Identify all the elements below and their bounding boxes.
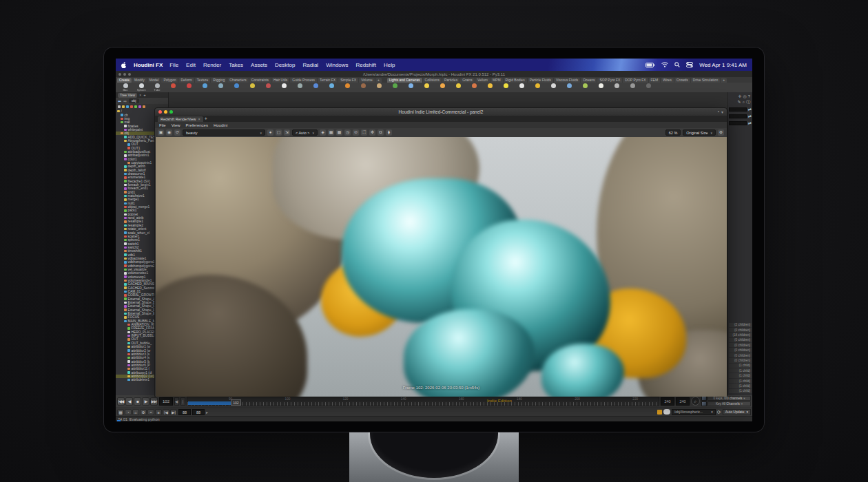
shelf-tool[interactable] bbox=[516, 83, 527, 88]
shelf-tab[interactable]: Hair Utils bbox=[271, 78, 289, 83]
window-titlebar[interactable]: /Users/andre/Documents/Projects/Morph.hi… bbox=[116, 71, 752, 77]
shelf-tab[interactable]: Collisions bbox=[423, 78, 442, 83]
playback-option-button[interactable]: ⚙ bbox=[140, 409, 147, 415]
battery-icon[interactable] bbox=[645, 63, 655, 67]
lock-icon[interactable]: ◈ bbox=[320, 129, 326, 136]
shelf-tool[interactable] bbox=[342, 83, 353, 88]
shelf-tool[interactable] bbox=[373, 83, 384, 88]
shelf-tab[interactable]: Deform bbox=[178, 78, 194, 83]
renderview-tab[interactable]: Redshift RenderView × bbox=[158, 116, 203, 122]
shelf-tool[interactable]: Box bbox=[120, 83, 131, 92]
current-frame-field[interactable]: 102 bbox=[159, 397, 173, 406]
menubar-item[interactable]: Radial bbox=[302, 62, 318, 68]
renderview-menu-item[interactable]: Preferences bbox=[186, 123, 208, 127]
expand-icon[interactable]: ✥ bbox=[369, 129, 375, 136]
grid-icon[interactable]: ▦ bbox=[328, 129, 334, 136]
network-row[interactable]: (0 children) bbox=[729, 353, 752, 357]
pane-menu-icon[interactable]: ▪ bbox=[718, 109, 719, 114]
playback-option-button[interactable]: ⌂ bbox=[132, 409, 139, 415]
shelf-tool[interactable] bbox=[484, 83, 495, 88]
shelf-tab[interactable]: Guide Process bbox=[290, 78, 317, 83]
shelf-tool[interactable] bbox=[215, 83, 226, 88]
playback-option-button[interactable]: |◀ bbox=[163, 409, 169, 415]
prev-key-button[interactable]: ◀| bbox=[174, 397, 179, 406]
region-icon[interactable]: ▢ bbox=[276, 129, 282, 136]
shelf-tool[interactable] bbox=[310, 83, 321, 88]
shelf-tool[interactable] bbox=[358, 83, 369, 88]
param-field[interactable] bbox=[729, 107, 747, 112]
shelf-tool[interactable] bbox=[532, 83, 543, 88]
transport-button[interactable]: ■ bbox=[134, 397, 141, 406]
shelf-tab[interactable]: Rigid Bodies bbox=[504, 78, 527, 83]
window-traffic-lights[interactable] bbox=[118, 73, 131, 76]
shelf-tab[interactable]: Oceans bbox=[581, 78, 597, 83]
shelf-tab[interactable]: Texture bbox=[195, 78, 210, 83]
shelf-tool[interactable] bbox=[405, 83, 416, 88]
playback-option-button[interactable]: ≈ bbox=[147, 409, 154, 415]
shelf-tool[interactable]: Sphere bbox=[136, 83, 147, 92]
renderview-menu-item[interactable]: Houdini bbox=[214, 123, 227, 127]
network-row[interactable]: (1 child) bbox=[729, 368, 752, 373]
shelf-tab[interactable]: MPM bbox=[490, 78, 503, 83]
pencil-icon[interactable]: ✎ bbox=[738, 100, 741, 104]
shelf-tab[interactable]: Volume bbox=[359, 78, 375, 83]
shelf-tool[interactable] bbox=[468, 83, 479, 88]
help-icon[interactable]: ? bbox=[748, 94, 750, 98]
shelf-tool[interactable]: Tube bbox=[152, 83, 163, 92]
render-camera-icon[interactable]: ◉ bbox=[166, 129, 172, 136]
panel-titlebar[interactable]: Houdini Indie Limited-Commercial - panel… bbox=[155, 108, 727, 116]
shelf-tool[interactable] bbox=[437, 83, 448, 88]
auto-update-select[interactable]: Auto Update▾ bbox=[723, 409, 751, 415]
shelf-tool[interactable] bbox=[627, 83, 638, 88]
network-row[interactable]: (2 children) bbox=[729, 323, 752, 327]
shelf-tool[interactable] bbox=[564, 83, 575, 88]
color-sphere-icon[interactable]: ● bbox=[267, 129, 273, 136]
shelf-tool[interactable] bbox=[294, 83, 305, 88]
shelf-tab[interactable]: Particle Fluids bbox=[528, 78, 553, 83]
control-center-icon[interactable] bbox=[686, 62, 693, 67]
shelf-tool[interactable] bbox=[247, 83, 258, 88]
transport-button[interactable]: ▶▶| bbox=[150, 397, 158, 406]
shelf-tool[interactable] bbox=[500, 83, 511, 88]
forward-icon[interactable]: ➡ bbox=[123, 98, 127, 103]
zoom-level-field[interactable]: 62 % bbox=[665, 129, 681, 136]
timeline-ruler[interactable]: 90100120140160180200220 102 bbox=[187, 397, 659, 406]
shelf-tool[interactable] bbox=[643, 83, 654, 88]
shelf-tool[interactable] bbox=[167, 83, 178, 88]
playhead[interactable]: 102 bbox=[231, 399, 241, 406]
tree-flag-icon[interactable] bbox=[130, 105, 133, 108]
minimize-window-icon[interactable] bbox=[164, 110, 167, 114]
network-row[interactable]: (0 children) bbox=[729, 358, 752, 362]
network-row[interactable]: (1 child) bbox=[729, 384, 752, 388]
shelf-tab[interactable]: + bbox=[375, 78, 382, 83]
shelf-tab[interactable]: Rigging bbox=[211, 78, 227, 83]
network-row[interactable]: (1 child) bbox=[729, 373, 752, 377]
network-row[interactable]: (0 children) bbox=[729, 338, 752, 342]
playback-start-field[interactable]: 88 bbox=[192, 409, 205, 415]
search-icon[interactable] bbox=[674, 62, 680, 67]
shelf-tab[interactable]: Simple FX bbox=[338, 78, 358, 83]
shelf-tab[interactable]: Vellum bbox=[475, 78, 490, 83]
transport-button[interactable]: |◀◀ bbox=[117, 397, 125, 406]
shelf-tool[interactable] bbox=[548, 83, 559, 88]
close-tab-icon[interactable]: × bbox=[139, 93, 141, 97]
menubar-item[interactable]: File bbox=[169, 62, 178, 68]
target-icon[interactable]: ◎ bbox=[743, 94, 746, 98]
snapshot-icon[interactable]: ▣ bbox=[158, 129, 164, 136]
shelf-tab[interactable]: FEM bbox=[649, 78, 661, 83]
shelf-tab[interactable]: Create bbox=[117, 78, 132, 83]
tree-view-tab[interactable]: Tree View bbox=[118, 93, 137, 98]
shelf-tab[interactable]: Wires bbox=[661, 78, 674, 83]
transport-button[interactable]: ◀ bbox=[125, 397, 133, 406]
menubar-item[interactable]: Edit bbox=[186, 62, 196, 68]
back-icon[interactable]: ⬅ bbox=[118, 98, 121, 103]
shelf-tab[interactable]: SOP Pyro FX bbox=[597, 78, 622, 83]
checker-icon[interactable]: ▩ bbox=[336, 129, 342, 136]
layers-icon[interactable]: ⧫ bbox=[386, 129, 392, 136]
crop-icon[interactable]: ⇲ bbox=[284, 129, 290, 136]
shelf-tool[interactable] bbox=[231, 83, 242, 88]
shelf-tab[interactable]: Grains bbox=[460, 78, 475, 83]
network-row[interactable]: (0 children) bbox=[729, 343, 752, 347]
network-row[interactable]: (0 children) bbox=[729, 328, 752, 332]
tree-filter-icon[interactable] bbox=[118, 105, 121, 108]
